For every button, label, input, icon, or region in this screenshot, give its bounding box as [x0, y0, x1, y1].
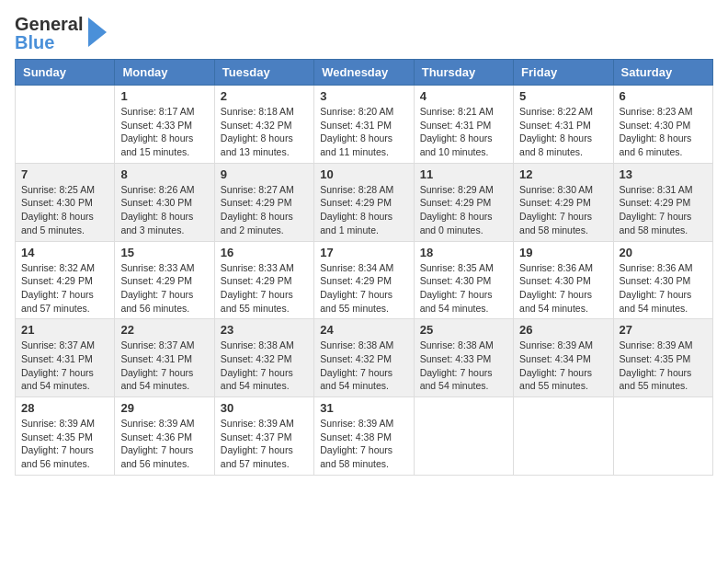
day-number: 6: [620, 89, 707, 103]
day-number: 23: [221, 323, 308, 337]
calendar-week-row: 1Sunrise: 8:17 AM Sunset: 4:33 PM Daylig…: [16, 86, 713, 164]
day-info: Sunrise: 8:39 AM Sunset: 4:37 PM Dayligh…: [221, 417, 308, 471]
day-info: Sunrise: 8:22 AM Sunset: 4:31 PM Dayligh…: [519, 105, 607, 159]
day-number: 27: [620, 323, 707, 337]
day-number: 20: [620, 246, 707, 259]
calendar-cell: 10Sunrise: 8:28 AM Sunset: 4:29 PM Dayli…: [314, 163, 414, 241]
day-number: 17: [320, 246, 407, 259]
logo: General Blue: [15, 15, 107, 52]
calendar-cell: 6Sunrise: 8:23 AM Sunset: 4:30 PM Daylig…: [613, 86, 712, 164]
day-number: 14: [21, 246, 108, 259]
calendar-cell: 30Sunrise: 8:39 AM Sunset: 4:37 PM Dayli…: [214, 397, 313, 476]
day-number: 24: [320, 323, 407, 337]
day-info: Sunrise: 8:18 AM Sunset: 4:32 PM Dayligh…: [221, 105, 308, 159]
day-number: 16: [221, 246, 308, 259]
day-number: 12: [519, 167, 607, 181]
day-info: Sunrise: 8:30 AM Sunset: 4:29 PM Dayligh…: [519, 183, 607, 237]
day-info: Sunrise: 8:33 AM Sunset: 4:29 PM Dayligh…: [221, 261, 308, 316]
day-info: Sunrise: 8:34 AM Sunset: 4:29 PM Dayligh…: [320, 261, 407, 316]
calendar-cell: [514, 397, 613, 476]
calendar-week-row: 14Sunrise: 8:32 AM Sunset: 4:29 PM Dayli…: [16, 241, 713, 319]
calendar-cell: 27Sunrise: 8:39 AM Sunset: 4:35 PM Dayli…: [613, 319, 712, 397]
calendar-cell: 2Sunrise: 8:18 AM Sunset: 4:32 PM Daylig…: [214, 86, 313, 164]
weekday-header: Thursday: [414, 60, 513, 86]
page-header: General Blue: [15, 15, 713, 52]
day-number: 7: [21, 167, 108, 181]
day-info: Sunrise: 8:29 AM Sunset: 4:29 PM Dayligh…: [420, 183, 507, 237]
weekday-header-row: SundayMondayTuesdayWednesdayThursdayFrid…: [16, 60, 713, 86]
day-info: Sunrise: 8:20 AM Sunset: 4:31 PM Dayligh…: [320, 105, 407, 159]
day-info: Sunrise: 8:26 AM Sunset: 4:30 PM Dayligh…: [120, 183, 208, 237]
day-info: Sunrise: 8:27 AM Sunset: 4:29 PM Dayligh…: [221, 183, 308, 237]
day-number: 22: [120, 323, 208, 337]
calendar-cell: [414, 397, 513, 476]
calendar-cell: 29Sunrise: 8:39 AM Sunset: 4:36 PM Dayli…: [115, 397, 214, 476]
day-info: Sunrise: 8:39 AM Sunset: 4:35 PM Dayligh…: [620, 339, 707, 393]
weekday-header: Sunday: [16, 60, 115, 86]
calendar-cell: [613, 397, 712, 476]
day-number: 8: [120, 167, 208, 181]
calendar-week-row: 21Sunrise: 8:37 AM Sunset: 4:31 PM Dayli…: [16, 319, 713, 397]
day-number: 13: [620, 167, 707, 181]
calendar-cell: 3Sunrise: 8:20 AM Sunset: 4:31 PM Daylig…: [314, 86, 414, 164]
day-info: Sunrise: 8:36 AM Sunset: 4:30 PM Dayligh…: [620, 261, 707, 316]
day-info: Sunrise: 8:36 AM Sunset: 4:30 PM Dayligh…: [519, 261, 607, 316]
calendar-cell: 21Sunrise: 8:37 AM Sunset: 4:31 PM Dayli…: [16, 319, 115, 397]
day-info: Sunrise: 8:39 AM Sunset: 4:36 PM Dayligh…: [120, 417, 208, 471]
calendar-cell: 12Sunrise: 8:30 AM Sunset: 4:29 PM Dayli…: [514, 163, 613, 241]
day-number: 4: [420, 89, 507, 103]
day-number: 3: [320, 89, 407, 103]
calendar-cell: 15Sunrise: 8:33 AM Sunset: 4:29 PM Dayli…: [115, 241, 214, 319]
day-info: Sunrise: 8:39 AM Sunset: 4:35 PM Dayligh…: [21, 417, 108, 471]
day-info: Sunrise: 8:39 AM Sunset: 4:38 PM Dayligh…: [320, 417, 407, 471]
calendar-cell: 22Sunrise: 8:37 AM Sunset: 4:31 PM Dayli…: [115, 319, 214, 397]
day-number: 30: [221, 401, 308, 415]
day-number: 26: [519, 323, 607, 337]
calendar-cell: 19Sunrise: 8:36 AM Sunset: 4:30 PM Dayli…: [514, 241, 613, 319]
day-number: 29: [120, 401, 208, 415]
day-info: Sunrise: 8:32 AM Sunset: 4:29 PM Dayligh…: [21, 261, 108, 316]
calendar-cell: 13Sunrise: 8:31 AM Sunset: 4:29 PM Dayli…: [613, 163, 712, 241]
day-info: Sunrise: 8:35 AM Sunset: 4:30 PM Dayligh…: [420, 261, 507, 316]
weekday-header: Tuesday: [214, 60, 313, 86]
calendar-week-row: 7Sunrise: 8:25 AM Sunset: 4:30 PM Daylig…: [16, 163, 713, 241]
day-info: Sunrise: 8:31 AM Sunset: 4:29 PM Dayligh…: [620, 183, 707, 237]
day-number: 28: [21, 401, 108, 415]
day-number: 9: [221, 167, 308, 181]
calendar-cell: 20Sunrise: 8:36 AM Sunset: 4:30 PM Dayli…: [613, 241, 712, 319]
calendar-cell: [16, 86, 115, 164]
day-info: Sunrise: 8:38 AM Sunset: 4:32 PM Dayligh…: [221, 339, 308, 393]
calendar-cell: 14Sunrise: 8:32 AM Sunset: 4:29 PM Dayli…: [16, 241, 115, 319]
day-number: 21: [21, 323, 108, 337]
day-number: 11: [420, 167, 507, 181]
svg-marker-0: [88, 17, 107, 47]
calendar-cell: 25Sunrise: 8:38 AM Sunset: 4:33 PM Dayli…: [414, 319, 513, 397]
weekday-header: Monday: [115, 60, 214, 86]
weekday-header: Friday: [514, 60, 613, 86]
day-info: Sunrise: 8:28 AM Sunset: 4:29 PM Dayligh…: [320, 183, 407, 237]
calendar-cell: 16Sunrise: 8:33 AM Sunset: 4:29 PM Dayli…: [214, 241, 313, 319]
day-number: 10: [320, 167, 407, 181]
day-info: Sunrise: 8:25 AM Sunset: 4:30 PM Dayligh…: [21, 183, 108, 237]
calendar-cell: 7Sunrise: 8:25 AM Sunset: 4:30 PM Daylig…: [16, 163, 115, 241]
calendar-cell: 8Sunrise: 8:26 AM Sunset: 4:30 PM Daylig…: [115, 163, 214, 241]
calendar-cell: 1Sunrise: 8:17 AM Sunset: 4:33 PM Daylig…: [115, 86, 214, 164]
calendar-cell: 31Sunrise: 8:39 AM Sunset: 4:38 PM Dayli…: [314, 397, 414, 476]
day-number: 31: [320, 401, 407, 415]
calendar-cell: 9Sunrise: 8:27 AM Sunset: 4:29 PM Daylig…: [214, 163, 313, 241]
day-info: Sunrise: 8:39 AM Sunset: 4:34 PM Dayligh…: [519, 339, 607, 393]
day-number: 19: [519, 246, 607, 259]
day-info: Sunrise: 8:17 AM Sunset: 4:33 PM Dayligh…: [120, 105, 208, 159]
day-number: 1: [120, 89, 208, 103]
calendar-table: SundayMondayTuesdayWednesdayThursdayFrid…: [15, 59, 713, 476]
weekday-header: Wednesday: [314, 60, 414, 86]
day-number: 5: [519, 89, 607, 103]
day-info: Sunrise: 8:37 AM Sunset: 4:31 PM Dayligh…: [21, 339, 108, 393]
calendar-cell: 17Sunrise: 8:34 AM Sunset: 4:29 PM Dayli…: [314, 241, 414, 319]
calendar-cell: 4Sunrise: 8:21 AM Sunset: 4:31 PM Daylig…: [414, 86, 513, 164]
day-number: 25: [420, 323, 507, 337]
calendar-cell: 11Sunrise: 8:29 AM Sunset: 4:29 PM Dayli…: [414, 163, 513, 241]
day-info: Sunrise: 8:37 AM Sunset: 4:31 PM Dayligh…: [120, 339, 208, 393]
calendar-week-row: 28Sunrise: 8:39 AM Sunset: 4:35 PM Dayli…: [16, 397, 713, 476]
calendar-cell: 5Sunrise: 8:22 AM Sunset: 4:31 PM Daylig…: [514, 86, 613, 164]
